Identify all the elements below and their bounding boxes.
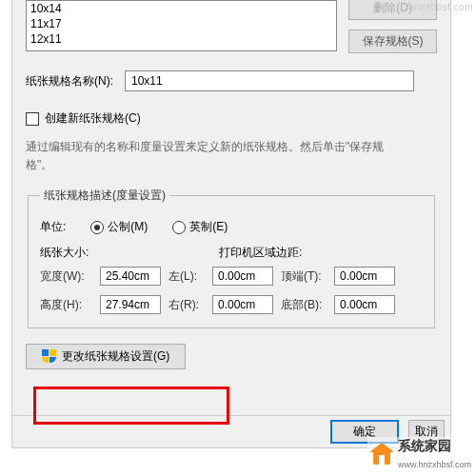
height-input[interactable]: 27.94cm — [100, 295, 161, 314]
right-input[interactable]: 0.00cm — [212, 295, 273, 314]
width-input[interactable]: 25.40cm — [100, 267, 161, 286]
watermark-top: hnzxhbsf.com — [408, 2, 473, 12]
list-item[interactable]: 10x14 — [27, 1, 336, 16]
bottom-input[interactable]: 0.00cm — [334, 295, 395, 314]
metric-radio[interactable]: 公制(M) — [90, 219, 148, 235]
top-label: 顶端(T): — [281, 268, 327, 285]
watermark-logo: 系统家园 www.hnzxhbsf.com — [367, 437, 473, 471]
unit-label: 单位: — [40, 219, 66, 235]
left-input[interactable]: 0.00cm — [212, 267, 273, 286]
bottom-label: 底部(B): — [281, 297, 327, 313]
save-spec-button[interactable]: 保存规格(S) — [348, 30, 437, 53]
dialog-frame: 10x14 11x17 12x11 删除(D) 保存规格(S) 纸张规格名称(N… — [11, 0, 451, 448]
printer-margin-label: 打印机区域边距: — [219, 245, 302, 261]
paper-spec-listbox[interactable]: 10x14 11x17 12x11 — [26, 0, 337, 51]
paper-size-label: 纸张大小: — [40, 245, 107, 261]
spec-name-input[interactable]: 10x11 — [125, 70, 414, 91]
fieldset-legend: 纸张规格描述(度量设置) — [40, 188, 169, 204]
house-icon — [369, 443, 394, 466]
create-new-label: 创建新纸张规格(C) — [45, 110, 141, 127]
list-item[interactable]: 11x17 — [27, 16, 336, 31]
uac-shield-icon — [42, 349, 56, 364]
width-label: 宽度(W): — [40, 268, 92, 285]
left-label: 左(L): — [169, 268, 205, 285]
watermark-name: 系统家园 — [398, 438, 451, 453]
spec-description-fieldset: 纸张规格描述(度量设置) 单位: 公制(M) 英制(E) 纸张大小: 打印机区域… — [28, 188, 435, 328]
right-label: 右(R): — [169, 297, 205, 313]
help-text: 通过编辑现有的名称和度量设置来定义新的纸张规格。然后单击"保存规格"。 — [26, 138, 407, 174]
create-new-checkbox[interactable] — [26, 112, 39, 126]
top-input[interactable]: 0.00cm — [334, 267, 395, 286]
imperial-radio[interactable]: 英制(E) — [172, 219, 228, 235]
spec-name-label: 纸张规格名称(N): — [26, 73, 113, 89]
change-spec-settings-button[interactable]: 更改纸张规格设置(G) — [26, 344, 186, 369]
height-label: 高度(H): — [40, 297, 92, 313]
watermark-url: www.hnzxhbsf.com — [398, 460, 471, 469]
list-item[interactable]: 12x11 — [27, 31, 336, 47]
